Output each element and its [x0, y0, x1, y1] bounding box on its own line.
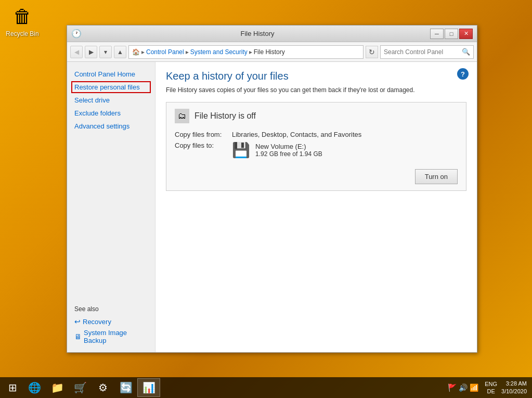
- lang-area[interactable]: ENG DE: [485, 380, 497, 395]
- taskbar-item-settings[interactable]: ⚙: [92, 378, 114, 397]
- system-image-icon: 🖥: [74, 332, 82, 341]
- minimize-button[interactable]: ─: [430, 29, 444, 39]
- see-also-title: See also: [71, 305, 151, 313]
- taskbar-item-ie[interactable]: 🌐: [23, 378, 46, 397]
- back-button[interactable]: ◀: [70, 46, 83, 58]
- status-header: 🗂 File History is off: [175, 109, 458, 123]
- see-also-recovery-label: Recovery: [83, 318, 111, 326]
- see-also-section: See also ↩ Recovery 🖥 System Image Backu…: [71, 297, 151, 346]
- content-title: Keep a history of your files: [166, 70, 466, 82]
- tray-icons: 🚩 🔊 📶: [448, 383, 478, 392]
- search-box[interactable]: 🔍: [380, 45, 474, 59]
- file-history-window: 🕐 File History ─ □ ✕ ◀ ▶ ▾ ▲ 🏠 ▸ Control…: [67, 25, 477, 353]
- date-display: 3/10/2020: [501, 388, 527, 395]
- taskbar-item-explorer[interactable]: 📁: [46, 378, 69, 397]
- tray-volume-icon[interactable]: 🔊: [459, 383, 468, 392]
- recycle-bin-label: Recycle Bin: [6, 30, 38, 37]
- time-display: 3:28 AM: [501, 380, 527, 388]
- drive-space: 1.92 GB free of 1.94 GB: [255, 150, 322, 158]
- taskbar-item-app1[interactable]: 🔄: [114, 378, 137, 397]
- see-also-system-image-label: System Image Backup: [84, 329, 148, 344]
- drive-name: New Volume (E:): [255, 143, 322, 150]
- clock-area[interactable]: 3:28 AM 3/10/2020: [501, 380, 527, 396]
- content-panel: ? Keep a history of your files File Hist…: [155, 62, 477, 352]
- path-file-history: File History: [254, 48, 285, 56]
- desktop: 🗑 Recycle Bin 🕐 File History ─ □ ✕ ◀ ▶ ▾…: [0, 0, 532, 398]
- path-control-panel[interactable]: Control Panel: [146, 48, 184, 56]
- turn-on-button[interactable]: Turn on: [415, 169, 458, 184]
- lang-label: ENG: [485, 380, 497, 388]
- path-separator-1: ▸: [141, 48, 145, 56]
- address-path[interactable]: 🏠 ▸ Control Panel ▸ System and Security …: [128, 45, 364, 59]
- copy-from-label: Copy files from:: [175, 131, 232, 138]
- start-button[interactable]: ⊞: [2, 378, 23, 397]
- sidebar-item-advanced-settings[interactable]: Advanced settings: [71, 120, 151, 132]
- recovery-icon: ↩: [74, 317, 81, 326]
- see-also-recovery[interactable]: ↩ Recovery: [71, 316, 151, 327]
- close-button[interactable]: ✕: [459, 29, 473, 39]
- path-system-security[interactable]: System and Security: [190, 48, 248, 56]
- path-separator-3: ▸: [249, 48, 252, 56]
- search-input[interactable]: [384, 48, 462, 56]
- sidebar: Control Panel Home Restore personal file…: [67, 62, 155, 352]
- nav-icon: 🏠: [132, 48, 140, 56]
- refresh-button[interactable]: ↻: [366, 46, 378, 58]
- taskbar-item-control-panel[interactable]: 📊: [137, 378, 160, 397]
- see-also-system-image[interactable]: 🖥 System Image Backup: [71, 327, 151, 346]
- tray-flag-icon[interactable]: 🚩: [448, 383, 457, 392]
- region-label: DE: [485, 388, 497, 395]
- sidebar-item-exclude-folders[interactable]: Exclude folders: [71, 107, 151, 119]
- drive-icon: 💾: [232, 142, 250, 159]
- copy-to-row: Copy files to: 💾 New Volume (E:) 1.92 GB…: [175, 142, 458, 159]
- drive-details: New Volume (E:) 1.92 GB free of 1.94 GB: [255, 143, 322, 158]
- forward-button[interactable]: ▶: [85, 46, 97, 58]
- title-bar-buttons: ─ □ ✕: [430, 29, 473, 39]
- sidebar-item-select-drive[interactable]: Select drive: [71, 94, 151, 106]
- drive-info: 💾 New Volume (E:) 1.92 GB free of 1.94 G…: [232, 142, 322, 159]
- search-icon: 🔍: [462, 48, 470, 56]
- status-icon: 🗂: [175, 109, 189, 123]
- copy-from-value: Libraries, Desktop, Contacts, and Favori…: [232, 131, 361, 138]
- tray-network-icon[interactable]: 📶: [470, 383, 478, 392]
- address-bar: ◀ ▶ ▾ ▲ 🏠 ▸ Control Panel ▸ System and S…: [67, 42, 477, 62]
- taskbar-item-store[interactable]: 🛒: [69, 378, 92, 397]
- recycle-bin-icon[interactable]: 🗑 Recycle Bin: [4, 4, 41, 37]
- taskbar: ⊞ 🌐 📁 🛒 ⚙ 🔄 📊 🚩 🔊 📶 ENG DE 3:28 AM 3/10/…: [0, 377, 532, 398]
- maximize-button[interactable]: □: [445, 29, 458, 39]
- main-area: Control Panel Home Restore personal file…: [67, 62, 477, 352]
- help-button[interactable]: ?: [457, 68, 469, 80]
- content-description: File History saves copies of your files …: [166, 86, 466, 94]
- window-title: File History: [85, 30, 430, 37]
- path-separator-2: ▸: [186, 48, 189, 56]
- window-icon: 🕐: [71, 29, 82, 39]
- dropdown-button[interactable]: ▾: [99, 46, 112, 58]
- sidebar-item-restore-personal-files[interactable]: Restore personal files: [71, 81, 151, 93]
- up-button[interactable]: ▲: [114, 46, 126, 58]
- file-history-status-box: 🗂 File History is off Copy files from: L…: [166, 102, 466, 191]
- system-tray: 🚩 🔊 📶 ENG DE 3:28 AM 3/10/2020: [445, 380, 530, 396]
- recycle-bin-graphic: 🗑: [10, 4, 35, 29]
- copy-to-label: Copy files to:: [175, 142, 232, 149]
- copy-from-row: Copy files from: Libraries, Desktop, Con…: [175, 131, 458, 138]
- status-title: File History is off: [194, 111, 256, 121]
- title-bar: 🕐 File History ─ □ ✕: [67, 25, 477, 42]
- sidebar-item-control-panel-home[interactable]: Control Panel Home: [71, 68, 151, 80]
